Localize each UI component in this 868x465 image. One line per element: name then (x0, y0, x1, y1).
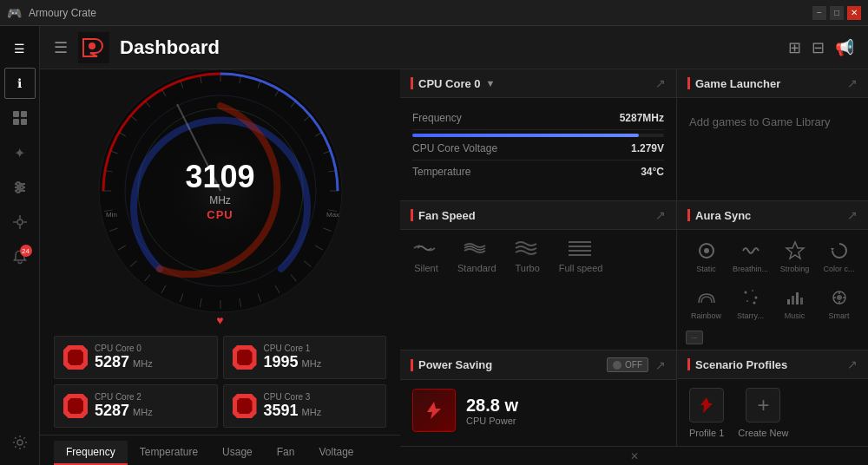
aura-strobing-icon (785, 240, 806, 261)
fan-mode-standard[interactable]: Standard (457, 239, 496, 273)
freq-value: 5287MHz (620, 112, 664, 124)
aura-static-label: Static (696, 265, 716, 273)
tab-voltage[interactable]: Voltage (306, 441, 365, 465)
sidebar-item-sliders[interactable] (4, 172, 36, 203)
aura-smart-icon (829, 287, 850, 308)
profile-create-new[interactable]: + Create New (738, 388, 788, 438)
tab-frequency[interactable]: Frequency (54, 441, 128, 465)
tab-fan[interactable]: Fan (265, 441, 307, 465)
speaker-icon[interactable]: 📢 (835, 38, 854, 57)
aura-color-label: Color c... (823, 265, 854, 273)
title-bar: 🎮 Armoury Crate − □ ✕ (0, 0, 868, 26)
voltage-label: CPU Core Voltage (412, 142, 497, 154)
svg-rect-74 (792, 296, 794, 305)
core-card-1: CPU Core 1 1995 MHz (223, 336, 387, 379)
stat-row-frequency: Frequency 5287MHz (412, 107, 664, 130)
aura-sync-header: Aura Sync ↗ (677, 201, 868, 230)
app-title: Armoury Crate (29, 7, 96, 19)
aura-item-color-cycle[interactable]: Color c... (819, 237, 859, 277)
cpu-section-expand[interactable]: ↗ (655, 76, 666, 90)
svg-point-17 (89, 43, 95, 49)
menu-button[interactable]: ☰ (54, 38, 68, 57)
sidebar-item-device[interactable] (4, 102, 36, 134)
tab-temperature[interactable]: Temperature (128, 441, 210, 465)
bottom-bar: ✕ (400, 446, 868, 465)
stat-row-voltage: CPU Core Voltage 1.279V (412, 137, 664, 160)
scenario-expand[interactable]: ↗ (847, 357, 858, 371)
fan-full-icon (567, 239, 595, 258)
fan-mode-turbo[interactable]: Turbo (514, 239, 542, 273)
core-card-2: CPU Core 2 5287 MHz (54, 384, 218, 428)
voltage-value: 1.279V (631, 142, 664, 154)
rog-logo (78, 32, 109, 63)
section-bar (411, 77, 413, 89)
core-name-1: CPU Core 1 (264, 344, 378, 353)
fan-mode-silent[interactable]: Silent (412, 239, 440, 273)
profile-item-1[interactable]: Profile 1 (689, 388, 724, 438)
stat-row-temperature: Temperature 34°C (412, 160, 664, 183)
aura-item-smart[interactable]: Smart (819, 284, 859, 324)
bottom-close-button[interactable]: ✕ (630, 450, 639, 462)
core-freq-2: 5287 (95, 402, 129, 420)
header: ☰ Dashboard ⊞ ⊟ 📢 (40, 26, 868, 69)
sidebar-item-settings-bottom[interactable] (4, 427, 36, 458)
core-unit-3: MHz (302, 407, 322, 417)
sidebar-item-info[interactable]: ℹ (4, 68, 36, 99)
aura-strobing-label: Strobing (780, 265, 810, 273)
aura-smart-label: Smart (828, 311, 849, 320)
fan-speed-header: Fan Speed ↗ (400, 201, 676, 230)
close-button[interactable]: ✕ (847, 6, 861, 20)
core-unit-2: MHz (133, 407, 153, 417)
core-icon-3 (233, 394, 257, 418)
aura-item-strobing[interactable]: Strobing (774, 237, 815, 277)
aura-item-music[interactable]: Music (774, 284, 815, 324)
aura-item-breathing[interactable]: Breathin... (730, 237, 771, 277)
power-saving-toggle[interactable]: OFF (607, 357, 648, 372)
svg-point-7 (16, 182, 20, 186)
aura-dots-icon[interactable]: ··· (686, 331, 703, 344)
minimize-button[interactable]: − (812, 6, 826, 20)
svg-rect-3 (21, 119, 27, 125)
maximize-button[interactable]: □ (830, 6, 844, 20)
svg-point-72 (753, 302, 755, 305)
header-actions: ⊞ ⊟ 📢 (788, 38, 854, 57)
grid-list-icon[interactable]: ⊞ (788, 38, 801, 57)
sidebar-item-notification[interactable]: 24 (4, 241, 36, 272)
power-label: CPU Power (466, 416, 518, 426)
fan-silent-label: Silent (414, 263, 438, 273)
core-freq-3: 3591 (264, 402, 299, 420)
power-section-bar (411, 359, 413, 371)
fan-speed-expand[interactable]: ↗ (655, 208, 666, 222)
fan-speed-section: Fan Speed ↗ Silent (400, 201, 677, 350)
aura-item-static[interactable]: Static (686, 237, 727, 277)
fan-turbo-label: Turbo (515, 263, 539, 273)
cpu-dropdown-arrow[interactable]: ▼ (486, 78, 496, 88)
game-launcher-expand[interactable]: ↗ (847, 76, 858, 90)
svg-point-66 (704, 248, 709, 253)
power-value: 28.8 w (466, 396, 518, 416)
sidebar-item-dashboard[interactable]: ☰ (4, 33, 36, 64)
right-middle: Fan Speed ↗ Silent (400, 201, 868, 350)
gauge-center: 3109 MHz CPU (185, 160, 254, 220)
sidebar-item-tools[interactable] (4, 206, 36, 238)
cpu-stats: Frequency 5287MHz CPU Core Voltage 1.279… (400, 98, 676, 192)
page-title: Dashboard (120, 36, 220, 59)
fan-mode-full[interactable]: Full speed (559, 239, 603, 273)
power-saving-expand[interactable]: ↗ (655, 358, 666, 372)
aura-sync-expand[interactable]: ↗ (847, 208, 858, 222)
sidebar-item-light[interactable]: ✦ (4, 137, 36, 168)
freq-label: Frequency (412, 112, 462, 124)
aura-item-rainbow[interactable]: Rainbow (686, 284, 727, 324)
svg-rect-1 (21, 111, 27, 117)
core-freq-1: 1995 (264, 353, 299, 371)
aura-item-starry[interactable]: Starry... (730, 284, 771, 324)
create-new-label: Create New (738, 428, 788, 438)
cpu-section-title: CPU Core 0 (418, 77, 481, 90)
grid-icon[interactable]: ⊟ (812, 38, 825, 57)
scenario-profiles-section: Scenario Profiles ↗ P (677, 350, 868, 446)
aura-breathing-icon (740, 240, 761, 261)
power-icon (412, 389, 456, 432)
tab-usage[interactable]: Usage (210, 441, 265, 465)
right-bottom: Power Saving OFF ↗ (400, 350, 868, 446)
core-icon-2 (63, 394, 88, 418)
